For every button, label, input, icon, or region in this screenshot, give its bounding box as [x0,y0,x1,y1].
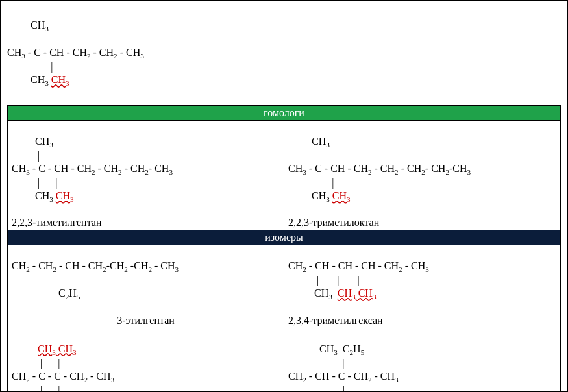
i1l-l3: C2H5 [12,288,80,299]
i2l-l3: CH2 - C - C - CH2 - CH3 [12,371,114,382]
hr-l1: CH3 [288,136,330,147]
page-frame: CH3 | CH3 - C - CH - CH2 - CH2 - CH3 | |… [0,0,568,392]
i2r-l3: CH2 - CH - C - CH2 - CH3 [288,371,399,382]
top-l2: | [7,34,35,45]
i1l-l1: CH2 - CH2 - CH - CH2-CH2 -CH2 - CH3 [12,260,179,271]
i2l-l1: CH3 CH3 [12,343,77,354]
isomer-r2-left: CH3 CH3 | | CH2 - C - C - CH2 - CH3 | | … [8,328,284,392]
hr-l3: CH3 - C - CH - CH2 - CH2 - CH2- CH2-CH3 [288,163,471,174]
isomer-r1-left: CH2 - CH2 - CH - CH2-CH2 -CH2 - CH3 | C2… [8,245,284,328]
header-homologs: гомологи [8,105,561,120]
top-formula: CH3 | CH3 - C - CH - CH2 - CH2 - CH3 | |… [7,6,561,101]
isomer-r1-left-name: 3-этилгептан [12,315,280,326]
isomer-r1-right: CH2 - CH - CH - CH - CH2 - CH3 | | | CH3… [284,245,561,328]
homolog-left-cell: CH3 | CH3 - C - CH - CH2 - CH2 - CH2- CH… [8,120,284,230]
hl-l4: | | [12,177,57,188]
i1r-l3: CH3 CH3 CH3 [288,288,376,299]
i2r-l4: | [288,385,345,392]
hr-l4: | | [288,177,334,188]
isomer-r2-right: CH3 C2H5 | | CH2 - CH - C - CH2 - CH3 | … [284,328,561,392]
i2l-l4: | | [12,385,60,392]
hr-l5: CH3 CH3 [288,190,351,201]
homolog-right-name: 2,2,3-триметилоктан [288,217,556,228]
i1r-l2: | | | [288,275,360,286]
hl-l1: CH3 [12,136,53,147]
isomer-r1-right-name: 2,3,4-триметилгексан [288,315,556,326]
i2r-l2: | | [288,358,344,369]
i2l-l2: | | [12,358,60,369]
hl-l5: CH3 CH3 [12,190,74,201]
i1l-l2: | [12,275,63,286]
main-table: гомологи CH3 | CH3 - C - CH - CH2 - CH2 … [7,105,561,392]
top-l3: CH3 - C - CH - CH2 - CH2 - CH3 [7,47,144,58]
i2r-l1: CH3 C2H5 [288,343,364,354]
hr-l2: | [288,150,316,161]
header-isomers: изомеры [8,230,561,245]
top-l1: CH3 [7,19,49,31]
hl-l3: CH3 - C - CH - CH2 - CH2 - CH2- CH3 [12,163,173,174]
homolog-left-name: 2,2,3-тиметилгептан [12,217,280,228]
hl-l2: | [12,150,40,161]
homolog-right-cell: CH3 | CH3 - C - CH - CH2 - CH2 - CH2- CH… [284,120,561,230]
i1r-l1: CH2 - CH - CH - CH - CH2 - CH3 [288,260,429,271]
top-l4: | | [7,61,53,72]
top-l5: CH3 CH3 [7,74,69,85]
